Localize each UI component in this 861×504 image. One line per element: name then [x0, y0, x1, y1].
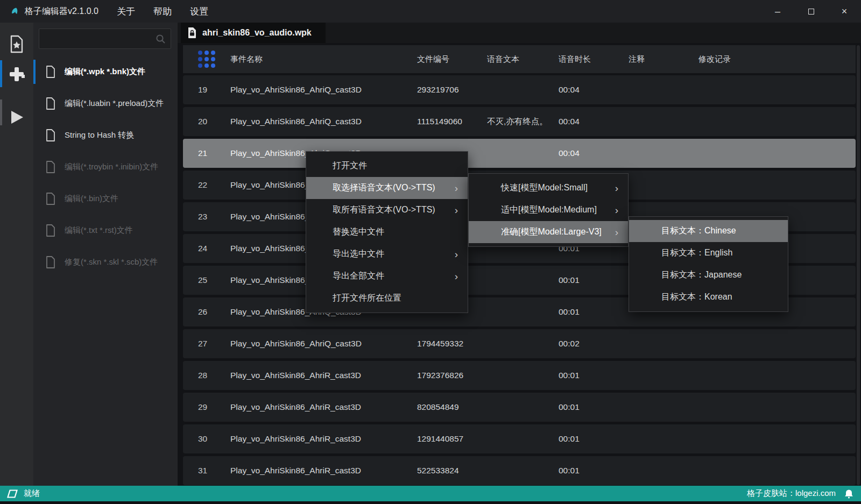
app-window: 格子编辑器v2.1.0.0 关于 帮助 设置 – × — [0, 0, 861, 504]
table-row[interactable]: 31 Play_vo_AhriSkin86_AhriR_cast3D 52253… — [183, 456, 856, 485]
col-header-voice-duration: 语音时长 — [559, 54, 629, 65]
menu-item-export-selected[interactable]: 导出选中文件 › — [306, 243, 468, 265]
status-bar: 就绪 格子皮肤站：lolgezi.com — [0, 486, 861, 501]
submenu-arrow-icon: › — [455, 183, 458, 193]
event-name-cell: Play_vo_AhriSkin86_AhriQ_cast3D — [230, 117, 417, 126]
menu-item-open-file-location[interactable]: 打开文件所在位置 — [306, 287, 468, 309]
file-icon — [45, 255, 56, 269]
row-number: 31 — [198, 466, 230, 475]
play-button[interactable] — [0, 102, 33, 132]
icon-rail — [0, 23, 33, 486]
file-id-cell: 1794459332 — [417, 339, 487, 349]
status-app-icon — [6, 489, 18, 499]
sidebar-item-label: 编辑(*.troybin *.inibin)文件 — [65, 162, 158, 172]
sidebar-item-label: 编辑(*.luabin *.preload)文件 — [65, 98, 164, 109]
menu-item-label: 导出全部文件 — [333, 271, 384, 282]
menu-item-model-small[interactable]: 快速[模型Model:Small] › — [469, 177, 628, 199]
table-row[interactable]: 29 Play_vo_AhriSkin86_AhriR_cast3D 82085… — [183, 393, 856, 422]
menu-about[interactable]: 关于 — [117, 5, 135, 18]
submenu-arrow-icon: › — [455, 249, 458, 259]
skin-site-link[interactable]: 格子皮肤站：lolgezi.com — [747, 488, 836, 499]
file-icon — [45, 192, 56, 205]
menu-item-open-file[interactable]: 打开文件 — [306, 155, 468, 177]
row-number: 22 — [198, 180, 230, 190]
tab-ahri-skin86-vo-audio[interactable]: ahri_skin86_vo_audio.wpk — [181, 23, 326, 43]
menu-item-target-japanese[interactable]: 目标文本：Japanese — [629, 264, 788, 286]
sidebar-item-string-to-hash[interactable]: String to Hash 转换 — [33, 119, 178, 151]
menu-item-label: 替换选中文件 — [333, 226, 384, 238]
menu-item-get-all-voice-text[interactable]: 取所有语音文本(VO->TTS) › — [306, 199, 468, 221]
row-number: 23 — [198, 212, 230, 222]
menu-item-label: 导出选中文件 — [333, 249, 384, 260]
sidebar-item-txt-rst: 编辑(*.txt *.rst)文件 — [33, 215, 178, 246]
event-name-cell: Play_vo_AhriSkin86_AhriR_cast3D — [230, 434, 417, 444]
table-row[interactable]: 27 Play_vo_AhriSkin86_AhriQ_cast3D 17944… — [183, 329, 856, 358]
menu-item-export-all[interactable]: 导出全部文件 › — [306, 265, 468, 287]
favorite-file-button[interactable] — [0, 30, 33, 58]
duration-cell: 00:01 — [559, 402, 629, 412]
duration-cell: 00:01 — [559, 275, 629, 285]
menu-settings[interactable]: 设置 — [190, 5, 208, 18]
star-file-icon — [9, 35, 24, 53]
row-number: 27 — [198, 339, 230, 349]
minimize-button[interactable]: – — [761, 0, 794, 23]
submenu-arrow-icon: › — [615, 227, 618, 237]
menu-help[interactable]: 帮助 — [153, 5, 172, 18]
table-header: 事件名称 文件编号 语音文本 语音时长 注释 修改记录 — [183, 45, 856, 73]
duration-cell: 00:04 — [559, 117, 629, 126]
file-icon — [45, 65, 56, 79]
grid-dots-icon[interactable] — [198, 51, 215, 68]
plus-pad-icon — [8, 66, 25, 83]
row-number: 28 — [198, 371, 230, 380]
file-icon — [45, 224, 56, 237]
menu-item-label: 适中[模型Model:Medium] — [501, 204, 597, 216]
sidebar-item-skn-skl-scb: 修复(*.skn *.skl *.scb)文件 — [33, 246, 178, 278]
table-row[interactable]: 30 Play_vo_AhriSkin86_AhriR_cast3D 12914… — [183, 424, 856, 453]
scrollbar[interactable] — [857, 45, 860, 485]
menu-item-label: 打开文件 — [333, 160, 367, 172]
submenu-arrow-icon: › — [455, 205, 458, 215]
duration-cell: 00:02 — [559, 339, 629, 349]
file-icon — [45, 160, 56, 174]
sidebar-item-wpk-bnk[interactable]: 编辑(*.wpk *.bnk)文件 — [33, 56, 178, 88]
context-menu: 打开文件 取选择语音文本(VO->TTS) › 取所有语音文本(VO->TTS)… — [306, 151, 468, 313]
table-row-selected[interactable]: 21 Play_vo_AhriSkin86_AhriQ_cast3D 00:04 — [183, 139, 856, 168]
col-header-file-id: 文件编号 — [417, 54, 487, 65]
col-header-voice-text: 语音文本 — [487, 54, 559, 65]
audio-tool-button[interactable] — [0, 60, 33, 88]
menu-item-target-english[interactable]: 目标文本：English — [629, 242, 788, 264]
table-row[interactable]: 20 Play_vo_AhriSkin86_AhriQ_cast3D 11151… — [183, 107, 856, 136]
duration-cell: 00:01 — [559, 307, 629, 317]
row-number: 24 — [198, 244, 230, 253]
maximize-icon — [808, 9, 814, 15]
menu-item-model-medium[interactable]: 适中[模型Model:Medium] › — [469, 199, 628, 221]
title-bar: 格子编辑器v2.1.0.0 关于 帮助 设置 – × — [0, 0, 861, 23]
sidebar-item-luabin-preload[interactable]: 编辑(*.luabin *.preload)文件 — [33, 88, 178, 119]
search-input[interactable] — [39, 34, 156, 43]
app-logo-icon — [10, 6, 19, 16]
row-number: 29 — [198, 402, 230, 412]
sidebar-panel: 编辑(*.wpk *.bnk)文件 编辑(*.luabin *.preload)… — [33, 23, 178, 486]
tab-label: ahri_skin86_vo_audio.wpk — [202, 28, 312, 38]
menu-item-replace-selected[interactable]: 替换选中文件 — [306, 221, 468, 243]
col-header-comment: 注释 — [629, 54, 698, 65]
event-name-cell: Play_vo_AhriSkin86_AhriR_cast3D — [230, 466, 417, 475]
search-box[interactable] — [39, 29, 171, 49]
row-number: 30 — [198, 434, 230, 444]
row-number: 26 — [198, 307, 230, 317]
maximize-button[interactable] — [794, 0, 828, 23]
menu-item-get-selected-voice-text[interactable]: 取选择语音文本(VO->TTS) › — [306, 177, 468, 199]
file-type-list: 编辑(*.wpk *.bnk)文件 编辑(*.luabin *.preload)… — [33, 56, 178, 278]
table-row[interactable]: 28 Play_vo_AhriSkin86_AhriR_cast3D 17923… — [183, 361, 856, 390]
menu-item-target-korean[interactable]: 目标文本：Korean — [629, 286, 788, 308]
row-number: 20 — [198, 117, 230, 126]
event-name-cell: Play_vo_AhriSkin86_AhriQ_cast3D — [230, 339, 417, 349]
table-row[interactable]: 19 Play_vo_AhriSkin86_AhriQ_cast3D 29321… — [183, 75, 856, 104]
sidebar-item-label: String to Hash 转换 — [65, 130, 134, 140]
notification-bell-icon[interactable] — [844, 489, 853, 499]
menu-item-target-chinese[interactable]: 目标文本：Chinese — [629, 220, 788, 242]
event-name-cell: Play_vo_AhriSkin86_AhriR_cast3D — [230, 402, 417, 412]
menu-item-model-large-v3[interactable]: 准确[模型Model:Large-V3] › — [469, 221, 628, 243]
sidebar-item-troybin-inibin: 编辑(*.troybin *.inibin)文件 — [33, 151, 178, 183]
close-button[interactable]: × — [828, 0, 861, 23]
